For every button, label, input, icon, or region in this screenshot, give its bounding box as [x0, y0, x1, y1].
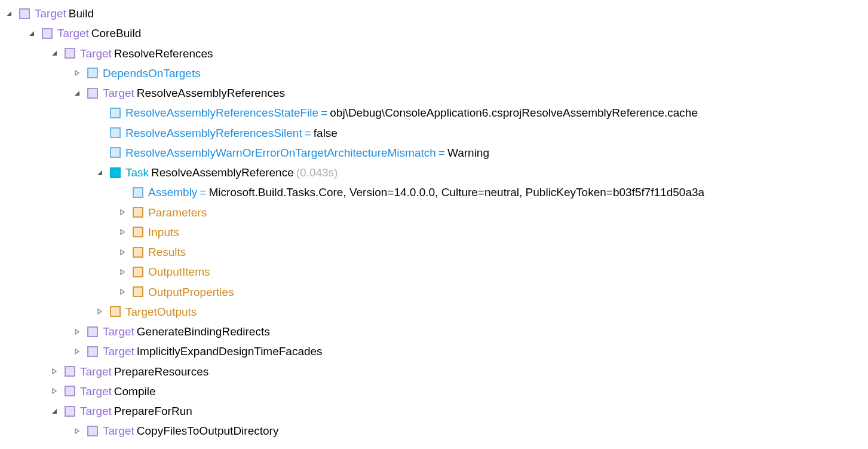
target-name: PrepareForRun — [114, 401, 192, 421]
prop-val: Warning — [447, 143, 489, 163]
group-label: Parameters — [148, 203, 207, 222]
group-label: DependsOnTargets — [103, 63, 201, 83]
target-label: Target — [80, 44, 112, 63]
task-group-parameters[interactable]: Parameters — [118, 203, 868, 222]
task-group-inputs[interactable]: Inputs — [118, 222, 868, 242]
property-statefile[interactable]: ResolveAssemblyReferencesStateFile = obj… — [96, 103, 868, 123]
expand-toggle[interactable] — [27, 29, 36, 38]
assembly-val: Microsoft.Build.Tasks.Core, Version=14.0… — [208, 182, 704, 202]
target-name: CoreBuild — [91, 23, 141, 43]
target-icon — [65, 48, 75, 59]
prop-key: ResolveAssemblyReferencesStateFile — [125, 103, 318, 123]
expand-toggle[interactable] — [96, 169, 104, 177]
target-resolverefs[interactable]: Target ResolveReferences — [50, 44, 868, 63]
folder-icon — [110, 306, 121, 317]
target-name: ResolveReferences — [114, 44, 213, 63]
target-build[interactable]: Target Build — [5, 4, 868, 23]
target-icon — [65, 406, 75, 417]
equals: = — [438, 143, 445, 163]
target-name: Build — [69, 4, 94, 23]
expand-toggle[interactable] — [73, 328, 81, 336]
expand-toggle[interactable] — [118, 288, 127, 296]
prop-val: obj\Debug\ConsoleApplication6.csprojReso… — [330, 103, 698, 123]
equals: = — [321, 103, 327, 123]
property-icon — [110, 147, 121, 158]
target-label: Target — [103, 341, 134, 361]
target-implicitexpand[interactable]: Target ImplicitlyExpandDesignTimeFacades — [73, 341, 868, 361]
expand-toggle[interactable] — [118, 268, 127, 276]
expand-toggle[interactable] — [118, 248, 127, 256]
expand-toggle[interactable] — [118, 228, 127, 236]
group-label: Results — [148, 242, 186, 262]
target-prepareforrun[interactable]: Target PrepareForRun — [50, 401, 868, 421]
target-name: PrepareResources — [114, 362, 208, 381]
expand-toggle[interactable] — [73, 347, 81, 356]
expand-toggle[interactable] — [73, 427, 81, 435]
folder-icon — [87, 68, 98, 78]
target-label: Target — [57, 23, 89, 43]
target-genbinding[interactable]: Target GenerateBindingRedirects — [73, 322, 868, 341]
property-icon — [133, 187, 143, 198]
target-label: Target — [103, 421, 134, 441]
property-icon — [110, 127, 121, 138]
target-name: ResolveAssemblyReferences — [137, 83, 285, 103]
target-corebuild[interactable]: Target CoreBuild — [27, 23, 868, 43]
target-label: Target — [103, 322, 134, 341]
target-label: Target — [103, 83, 134, 103]
target-name: GenerateBindingRedirects — [137, 322, 270, 341]
tree-root: Target Build Target CoreBuild Target Res… — [5, 4, 868, 441]
target-name: ImplicitlyExpandDesignTimeFacades — [137, 341, 323, 361]
target-name: CopyFilesToOutputDirectory — [137, 421, 279, 441]
expand-toggle[interactable] — [50, 387, 59, 395]
task-icon — [110, 167, 121, 178]
target-icon — [65, 366, 75, 377]
target-label: Target — [80, 401, 112, 421]
property-silent[interactable]: ResolveAssemblyReferencesSilent = false — [96, 123, 868, 143]
group-label: OutputItems — [148, 262, 210, 282]
group-label: Inputs — [148, 222, 179, 242]
task-group-outputproperties[interactable]: OutputProperties — [118, 282, 868, 302]
target-icon — [87, 346, 98, 357]
prop-val: false — [314, 123, 338, 143]
task-group-results[interactable]: Results — [118, 242, 868, 262]
property-icon — [110, 108, 121, 118]
task-group-outputitems[interactable]: OutputItems — [118, 262, 868, 282]
target-icon — [87, 426, 98, 436]
expand-toggle[interactable] — [73, 89, 81, 97]
group-label: TargetOutputs — [125, 302, 197, 322]
depends-on-targets[interactable]: DependsOnTargets — [73, 63, 868, 83]
task-assembly[interactable]: Assembly = Microsoft.Build.Tasks.Core, V… — [118, 182, 868, 202]
task-label: Task — [125, 163, 149, 182]
equals: = — [200, 182, 206, 202]
task-resolveasmref[interactable]: Task ResolveAssemblyReference (0.043s) — [96, 163, 868, 182]
property-warn[interactable]: ResolveAssemblyWarnOrErrorOnTargetArchit… — [96, 143, 868, 163]
assembly-label: Assembly — [148, 182, 197, 202]
target-copyfiles[interactable]: Target CopyFilesToOutputDirectory — [73, 421, 868, 441]
expand-toggle[interactable] — [96, 307, 104, 316]
target-resolveasmrefs[interactable]: Target ResolveAssemblyReferences — [73, 83, 868, 103]
expand-toggle[interactable] — [118, 208, 127, 216]
target-icon — [42, 28, 53, 39]
folder-icon — [133, 247, 143, 258]
target-icon — [87, 326, 98, 337]
target-icon — [87, 88, 98, 99]
equals: = — [305, 123, 311, 143]
target-icon — [65, 386, 75, 396]
expand-toggle[interactable] — [50, 407, 59, 416]
target-compile[interactable]: Target Compile — [50, 381, 868, 401]
folder-icon — [133, 227, 143, 237]
prop-key: ResolveAssemblyReferencesSilent — [125, 123, 302, 143]
group-label: OutputProperties — [148, 282, 234, 302]
folder-icon — [133, 207, 143, 218]
target-label: Target — [80, 362, 112, 381]
task-name: ResolveAssemblyReference — [151, 163, 294, 182]
prop-key: ResolveAssemblyWarnOrErrorOnTargetArchit… — [125, 143, 436, 163]
target-label: Target — [35, 4, 66, 23]
target-prepareresources[interactable]: Target PrepareResources — [50, 362, 868, 381]
target-outputs[interactable]: TargetOutputs — [96, 302, 868, 322]
expand-toggle[interactable] — [50, 367, 59, 375]
expand-toggle[interactable] — [50, 49, 59, 57]
folder-icon — [133, 286, 143, 297]
expand-toggle[interactable] — [5, 10, 13, 18]
expand-toggle[interactable] — [73, 69, 81, 77]
